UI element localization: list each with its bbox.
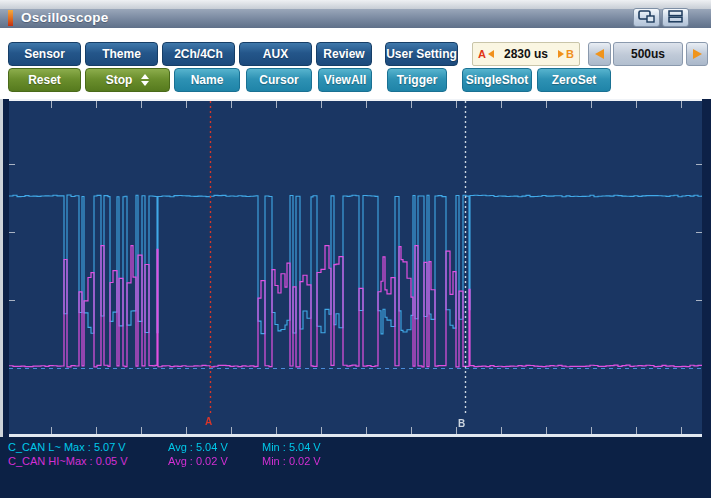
reset-button[interactable]: Reset — [8, 68, 81, 92]
arrow-left-icon — [488, 50, 494, 58]
viewall-button[interactable]: ViewAll — [318, 68, 372, 92]
zeroset-button[interactable]: ZeroSet — [537, 68, 611, 92]
channel-2-measurements: C_CAN HI~Max : 0.05 V Avg : 0.02 V Min :… — [8, 455, 708, 468]
singleshot-button[interactable]: SingleShot — [462, 68, 532, 92]
spinner-updown-icon — [141, 74, 149, 86]
channel-mode-button[interactable]: 2Ch/4Ch — [162, 42, 235, 66]
name-button[interactable]: Name — [174, 68, 240, 92]
cursor-delta-value: 2830 us — [496, 47, 556, 61]
channel-1-max: C_CAN L~ Max : 5.07 V — [8, 441, 126, 453]
channel-1-avg: Avg : 5.04 V — [168, 441, 228, 453]
title-accent-badge — [8, 10, 13, 26]
window-panels-icon — [668, 9, 683, 27]
arrow-left-icon — [595, 49, 604, 59]
cursor-a-label[interactable]: A — [205, 416, 212, 427]
arrow-right-icon — [693, 49, 702, 59]
window-capture-icon — [638, 9, 655, 27]
window-title: Oscilloscope — [21, 10, 109, 25]
channel-1-min: Min : 5.04 V — [262, 441, 321, 453]
sensor-button[interactable]: Sensor — [8, 42, 81, 66]
titlebar: Oscilloscope — [0, 9, 711, 29]
cursor-button[interactable]: Cursor — [246, 68, 312, 92]
cursor-ab-readout[interactable]: A 2830 us B — [472, 42, 580, 66]
user-setting-button[interactable]: User Setting — [385, 42, 458, 66]
channel-1-measurements: C_CAN L~ Max : 5.07 V Avg : 5.04 V Min :… — [8, 441, 708, 454]
window-panels-button[interactable] — [662, 8, 689, 27]
channel-2-max: C_CAN HI~Max : 0.05 V — [8, 455, 128, 467]
timebase-increase-button[interactable] — [686, 42, 708, 66]
theme-button[interactable]: Theme — [85, 42, 158, 66]
aux-button[interactable]: AUX — [239, 42, 312, 66]
cursor-a-indicator: A — [478, 48, 486, 60]
cursor-b-label[interactable]: B — [458, 418, 465, 429]
measurement-panel: C_CAN L~ Max : 5.07 V Avg : 5.04 V Min :… — [0, 437, 711, 498]
scope-display[interactable] — [9, 101, 702, 434]
review-button[interactable]: Review — [316, 42, 372, 66]
channel-2-avg: Avg : 0.02 V — [168, 455, 228, 467]
window-top-strip — [0, 0, 711, 9]
stop-button-label: Stop — [106, 73, 133, 87]
trigger-button[interactable]: Trigger — [387, 68, 447, 92]
cursor-b-indicator: B — [566, 48, 574, 60]
timebase-decrease-button[interactable] — [588, 42, 611, 66]
window-capture-button[interactable] — [633, 8, 660, 27]
oscilloscope-app: Oscilloscope Sensor Theme 2Ch/4Ch AUX Re… — [0, 0, 711, 498]
channel-2-min: Min : 0.02 V — [262, 455, 321, 467]
arrow-right-icon — [558, 50, 564, 58]
timebase-value[interactable]: 500us — [613, 42, 683, 66]
scope-panel: A B — [9, 99, 702, 437]
stop-button[interactable]: Stop — [85, 68, 170, 92]
